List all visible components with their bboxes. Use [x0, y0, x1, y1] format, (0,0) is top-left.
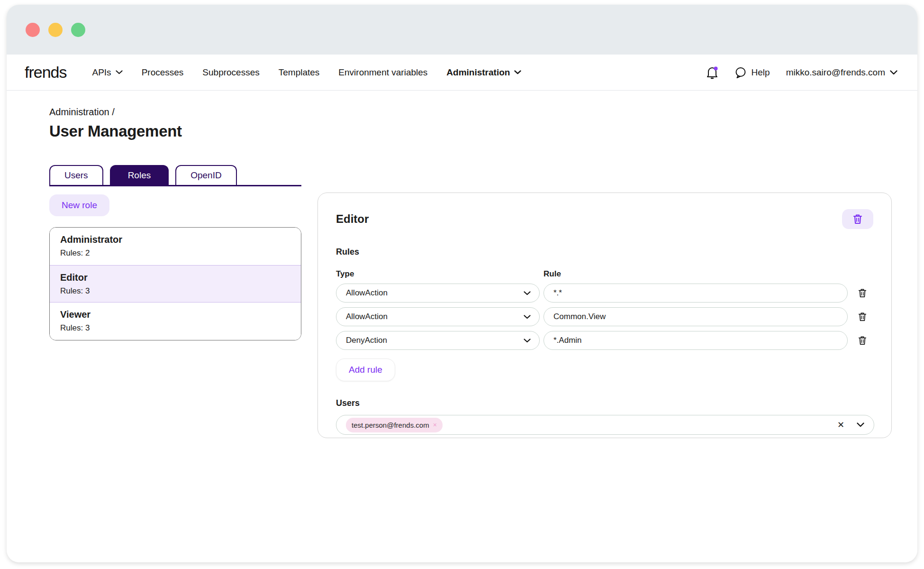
- new-role-button[interactable]: New role: [49, 194, 109, 216]
- window-close-button[interactable]: [26, 23, 40, 37]
- users-multiselect[interactable]: test.person@frends.com × ✕: [336, 415, 874, 435]
- chevron-down-icon: [524, 339, 531, 343]
- frends-logo[interactable]: frends: [25, 63, 67, 82]
- app-window: frends APIs Processes Subprocesses Templ…: [7, 5, 917, 562]
- rule-row: DenyAction: [336, 331, 873, 350]
- nav-item-administration[interactable]: Administration: [446, 67, 521, 78]
- rule-row: AllowAction: [336, 284, 873, 303]
- user-tag: test.person@frends.com ×: [346, 418, 443, 432]
- window-chrome: [7, 5, 917, 55]
- nav-item-environment-variables[interactable]: Environment variables: [338, 67, 427, 78]
- delete-rule-button[interactable]: [858, 312, 867, 321]
- trash-icon: [858, 312, 867, 321]
- delete-rule-button[interactable]: [858, 288, 867, 298]
- rule-value-input[interactable]: [544, 331, 848, 350]
- tab-bar: Users Roles OpenID: [49, 165, 301, 186]
- rules-section-label: Rules: [336, 247, 873, 257]
- rule-type-select[interactable]: AllowAction: [336, 307, 540, 326]
- role-detail-panel: Editor Rules Typ: [317, 193, 892, 438]
- add-rule-button[interactable]: Add rule: [336, 358, 395, 381]
- users-section-label: Users: [336, 398, 873, 408]
- rule-value-input[interactable]: [544, 307, 848, 326]
- chevron-down-icon[interactable]: [857, 422, 864, 427]
- nav-item-processes[interactable]: Processes: [142, 67, 184, 78]
- role-item-editor[interactable]: Editor Rules: 3: [50, 265, 301, 303]
- rule-value-input[interactable]: [544, 284, 848, 303]
- roles-list-column: New role Administrator Rules: 2 Editor R…: [49, 186, 301, 340]
- page-title: User Management: [49, 122, 917, 140]
- notifications-bell-icon[interactable]: [706, 66, 718, 79]
- breadcrumb[interactable]: Administration /: [49, 107, 917, 118]
- nav-item-apis[interactable]: APIs: [92, 67, 123, 78]
- rule-row: AllowAction: [336, 307, 873, 326]
- role-item-viewer[interactable]: Viewer Rules: 3: [50, 303, 301, 340]
- remove-user-tag-icon[interactable]: ×: [433, 421, 437, 429]
- user-email: mikko.sairo@frends.com: [786, 67, 885, 78]
- type-column-header: Type: [336, 269, 544, 279]
- top-navigation: frends APIs Processes Subprocesses Templ…: [7, 55, 917, 91]
- window-maximize-button[interactable]: [71, 23, 85, 37]
- nav-menu: APIs Processes Subprocesses Templates En…: [92, 67, 522, 78]
- tab-users[interactable]: Users: [49, 165, 103, 185]
- role-item-administrator[interactable]: Administrator Rules: 2: [50, 228, 301, 265]
- trash-icon: [853, 214, 862, 224]
- rule-column-header: Rule: [544, 269, 561, 279]
- chevron-down-icon: [890, 70, 897, 75]
- page-content: Administration / User Management Users R…: [7, 91, 917, 438]
- nav-item-subprocesses[interactable]: Subprocesses: [202, 67, 259, 78]
- nav-right-section: Help mikko.sairo@frends.com: [706, 66, 897, 79]
- trash-icon: [858, 288, 867, 298]
- window-minimize-button[interactable]: [48, 23, 63, 37]
- roles-list: Administrator Rules: 2 Editor Rules: 3 V…: [49, 227, 301, 340]
- tab-roles[interactable]: Roles: [110, 165, 169, 185]
- chat-bubble-icon: [734, 66, 747, 79]
- trash-icon: [858, 336, 867, 345]
- tab-openid[interactable]: OpenID: [175, 165, 236, 185]
- nav-item-templates[interactable]: Templates: [279, 67, 320, 78]
- rule-type-select[interactable]: AllowAction: [336, 284, 540, 303]
- clear-selection-icon[interactable]: ✕: [837, 421, 844, 429]
- role-detail-title: Editor: [336, 212, 369, 226]
- chevron-down-icon: [116, 70, 123, 74]
- help-button[interactable]: Help: [734, 66, 770, 79]
- user-account-menu[interactable]: mikko.sairo@frends.com: [786, 67, 897, 78]
- delete-role-button[interactable]: [842, 209, 873, 229]
- chevron-down-icon: [524, 291, 531, 295]
- chevron-down-icon: [524, 315, 531, 319]
- delete-rule-button[interactable]: [858, 336, 867, 345]
- rule-type-select[interactable]: DenyAction: [336, 331, 540, 350]
- chevron-down-icon: [514, 70, 521, 74]
